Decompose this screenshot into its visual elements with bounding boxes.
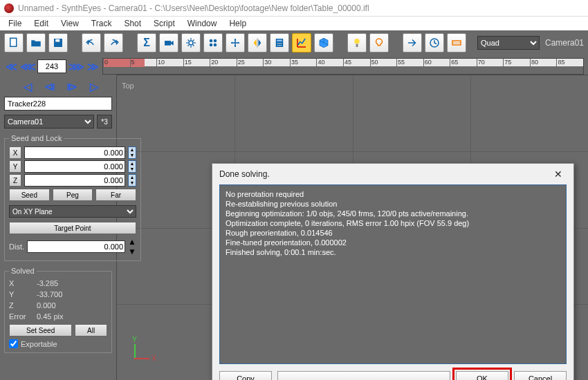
main-toolbar: Σ Quad Camera01 [0, 30, 588, 55]
seed-button[interactable]: Seed [9, 189, 50, 201]
plane-select[interactable]: On XY Plane [9, 205, 136, 218]
svg-rect-0 [10, 38, 17, 46]
svg-rect-10 [277, 40, 282, 41]
copy-button[interactable]: Copy [219, 371, 272, 380]
svg-point-14 [277, 45, 279, 46]
summary-icon[interactable]: Σ [137, 33, 156, 53]
close-icon[interactable]: ✕ [550, 167, 567, 181]
menu-file[interactable]: File [3, 17, 27, 30]
play-back-icon[interactable]: ⧏ [43, 79, 57, 93]
step-back-icon[interactable]: ◁ [21, 79, 35, 93]
dialog-title: Done solving. [219, 169, 270, 179]
menu-script[interactable]: Script [148, 17, 181, 30]
new-icon[interactable] [4, 33, 24, 53]
svg-point-6 [214, 39, 217, 43]
camera-select[interactable]: Camera01 [4, 115, 94, 129]
solved-group: Solved X-3.285 Y-33.700 Z0.000 Error0.45… [4, 267, 112, 353]
light-icon[interactable] [347, 33, 367, 53]
menu-view[interactable]: View [55, 17, 84, 30]
dist-label: Dist. [9, 243, 24, 251]
menu-edit[interactable]: Edit [28, 17, 54, 30]
titlebar: Unnamed - SynthEyes - Camera01 - C:\User… [0, 0, 588, 17]
menu-window[interactable]: Window [182, 17, 223, 30]
flip-icon[interactable] [248, 33, 267, 53]
rewind-icon[interactable]: ≪ [4, 59, 18, 73]
set-seed-button[interactable]: Set Seed [9, 324, 72, 336]
view-mode-select[interactable]: Quad [477, 36, 540, 50]
play-fwd-icon[interactable]: ⧐ [65, 79, 79, 93]
x-label: X [9, 146, 21, 159]
camera-icon[interactable] [159, 33, 178, 53]
redo-icon[interactable] [104, 33, 123, 53]
dialog-spacer [277, 371, 450, 380]
trackers-icon[interactable] [203, 33, 223, 53]
ruler-active-range [103, 59, 145, 67]
save-icon[interactable] [48, 33, 68, 53]
svg-point-11 [277, 43, 279, 44]
menu-help[interactable]: Help [223, 17, 252, 30]
sync-icon[interactable] [447, 33, 466, 53]
clock-icon[interactable] [425, 33, 444, 53]
tracker-name-input[interactable] [4, 97, 112, 111]
next-key-icon[interactable]: ⋙ [69, 59, 83, 73]
svg-point-15 [279, 45, 280, 46]
gear-icon[interactable] [181, 33, 201, 53]
solved-legend: Solved [9, 267, 37, 275]
exportable-check[interactable]: Exportable [9, 339, 107, 348]
ok-button[interactable]: OK [456, 371, 508, 380]
undo-icon[interactable] [82, 33, 101, 53]
cube-icon[interactable] [314, 33, 333, 53]
svg-point-13 [281, 43, 282, 44]
svg-rect-18 [356, 44, 358, 48]
dialog-body: No prerotation required Re-establishing … [219, 184, 567, 364]
svg-point-17 [354, 39, 360, 44]
calc-icon[interactable] [270, 33, 289, 53]
seed-lock-legend: Seed and Lock [9, 134, 64, 142]
peg-button[interactable]: Peg [53, 189, 93, 201]
forward-icon[interactable]: ≫ [86, 59, 100, 73]
seed-x-input[interactable] [24, 146, 125, 159]
render-icon[interactable] [369, 33, 389, 53]
svg-point-12 [279, 43, 280, 44]
seed-lock-group: Seed and Lock X▲▼ Y▲▼ Z▲▼ Seed Peg Far O… [4, 134, 141, 261]
active-camera-label: Camera01 [545, 38, 584, 48]
solve-dialog: Done solving. ✕ No prerotation required … [212, 163, 574, 380]
svg-point-16 [281, 45, 282, 46]
export-icon[interactable] [403, 33, 422, 53]
far-button[interactable]: Far [95, 189, 136, 201]
y-label: Y [9, 160, 21, 173]
coord-icon[interactable] [226, 33, 245, 53]
svg-rect-2 [55, 39, 59, 42]
axis-gizmo [122, 344, 149, 372]
dist-input[interactable] [27, 240, 125, 253]
y-spinner[interactable]: ▲▼ [128, 160, 136, 173]
seed-z-input[interactable] [24, 174, 125, 187]
app-icon [4, 3, 14, 13]
frame-input[interactable] [37, 59, 66, 73]
side-panel: Camera01 *3 Seed and Lock X▲▼ Y▲▼ Z▲▼ Se… [4, 97, 112, 359]
cancel-button[interactable]: Cancel [514, 371, 567, 380]
step-fwd-icon[interactable]: ▷ [87, 79, 101, 93]
svg-point-7 [210, 44, 213, 47]
timeline-ruler[interactable]: 051015202530354045505560657075808590 [102, 58, 584, 75]
target-point-button[interactable]: Target Point [9, 222, 136, 234]
menu-track[interactable]: Track [86, 17, 118, 30]
dist-spinner[interactable]: ▲▼ [128, 237, 136, 256]
svg-point-5 [210, 39, 213, 43]
svg-point-8 [214, 44, 217, 47]
svg-point-4 [189, 41, 193, 45]
window-title: Unnamed - SynthEyes - Camera01 - C:\User… [18, 3, 369, 13]
all-button[interactable]: All [75, 324, 107, 336]
z-label: Z [9, 174, 21, 187]
prev-key-icon[interactable]: ⋘ [21, 59, 35, 73]
seed-y-input[interactable] [24, 160, 125, 173]
viewport-label: Top [119, 82, 137, 90]
menu-shot[interactable]: Shot [118, 17, 147, 30]
open-icon[interactable] [26, 33, 46, 53]
z-spinner[interactable]: ▲▼ [128, 174, 136, 187]
x-spinner[interactable]: ▲▼ [128, 146, 136, 159]
menubar: File Edit View Track Shot Script Window … [0, 17, 588, 30]
graph-icon[interactable] [292, 33, 311, 53]
svg-rect-3 [165, 41, 171, 46]
cam-suffix-button[interactable]: *3 [97, 115, 112, 129]
